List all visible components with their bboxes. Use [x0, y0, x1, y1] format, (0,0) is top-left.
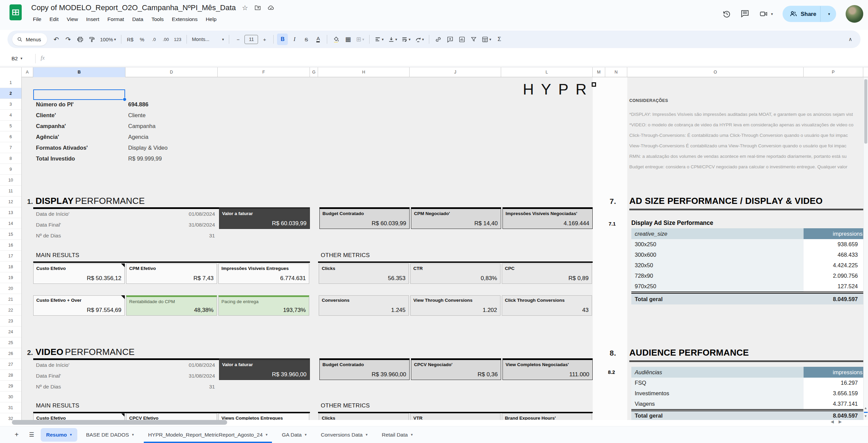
tab-hypr-modelo-report[interactable]: HYPR_Modelo_Report_MetricReport_Agosto_2… — [143, 428, 273, 442]
video-budget-contratado-cell[interactable]: Budget ContratadoR$ 39.960,00 — [319, 358, 410, 380]
video-info-label[interactable]: Data de Início' — [36, 360, 70, 371]
display-cpc-cell[interactable]: CPCR$ 0,89 — [502, 263, 592, 284]
row-header[interactable]: 15 — [0, 229, 21, 240]
consideracoes-line[interactable]: RMN: a atualização dos volumes de vendas… — [629, 151, 864, 162]
video-section-title[interactable]: 2.VIDEO PERFORMANCE — [27, 347, 135, 357]
display-main-results-label[interactable]: MAIN RESULTS — [36, 252, 79, 259]
adsize-row[interactable]: 728x902.090.756 — [631, 271, 868, 281]
menu-format[interactable]: Format — [104, 15, 128, 24]
row-header-selected[interactable]: 2 — [0, 88, 21, 99]
col-header-N[interactable]: N — [605, 67, 627, 77]
fill-color-button[interactable] — [331, 34, 341, 45]
insert-link-button[interactable] — [433, 34, 443, 45]
row-header[interactable]: 22 — [0, 305, 21, 316]
tab-caret-icon[interactable]: ▾ — [132, 433, 134, 437]
video-views-completos-entregues-cell[interactable]: Views Completos Entregues — [218, 413, 309, 420]
consideracoes-title[interactable]: CONSIDERAÇÕES — [629, 98, 668, 103]
merge-cells-button[interactable]: ⊞▾ — [354, 34, 366, 45]
consideracoes-line[interactable]: Budget entregue: considera o CPM/CPCV ne… — [629, 162, 864, 172]
star-icon[interactable]: ☆ — [242, 4, 248, 11]
tab-base-de-dados[interactable]: BASE DE DADOS▾ — [81, 428, 139, 442]
tab-ga-data[interactable]: GA Data▾ — [276, 428, 312, 442]
audience-row[interactable]: FSQ16.297 — [631, 378, 868, 388]
select-all-corner[interactable] — [0, 67, 22, 77]
font-size-input[interactable]: 11 — [244, 35, 258, 44]
row-header[interactable]: 9 — [0, 164, 21, 175]
adsize-total-row[interactable]: Total geral8.049.597 — [631, 294, 868, 304]
video-view-completos-negociadas-cell[interactable]: View Completos Negociadas'111.000 — [502, 358, 593, 380]
col-header-L[interactable]: L — [501, 67, 593, 77]
row-header[interactable]: 24 — [0, 326, 21, 337]
display-click-through-conversions-cell[interactable]: Click Through Conversions43 — [502, 295, 592, 316]
row-header[interactable]: 14 — [0, 218, 21, 229]
info-label[interactable]: Formatos Ativados' — [36, 142, 88, 153]
consideracoes-line[interactable]: *VIDEO: o modelo de cobrança de video da… — [629, 120, 864, 130]
menu-file[interactable]: File — [29, 15, 45, 24]
tab-caret-icon[interactable]: ▾ — [366, 433, 368, 437]
meet-button[interactable]: ▾ — [759, 10, 773, 18]
row-header[interactable]: 6 — [0, 131, 21, 142]
decrease-decimal-button[interactable]: .0 — [149, 34, 159, 45]
row-header[interactable]: 11 — [0, 186, 21, 196]
menu-view[interactable]: View — [63, 15, 82, 24]
strikethrough-button[interactable]: S — [301, 34, 312, 45]
display-valor-a-faturar-cell[interactable]: Valor a faturarR$ 60.039,99 — [219, 207, 310, 229]
row-header[interactable]: 16 — [0, 240, 21, 251]
tab-caret-icon[interactable]: ▾ — [70, 433, 72, 437]
adsize-table-header[interactable]: creative_sizeimpressions — [631, 228, 868, 239]
display-clicks-cell[interactable]: Clicks56.353 — [319, 263, 409, 284]
menu-extensions[interactable]: Extensions — [168, 15, 201, 24]
selected-cell-b2[interactable] — [33, 89, 125, 100]
tab-caret-icon[interactable]: ▾ — [266, 433, 268, 437]
video-cpcv-efetivo-cell[interactable]: CPCV Efetivo — [126, 413, 217, 420]
row-header[interactable]: 21 — [0, 294, 21, 305]
video-info-value[interactable]: 01/08/2024 — [125, 360, 215, 371]
share-caret-icon[interactable]: ▾ — [825, 12, 833, 16]
bold-button[interactable]: B — [277, 34, 288, 45]
video-other-metrics-label[interactable]: OTHER METRICS — [321, 402, 370, 409]
row-header[interactable]: 8 — [0, 153, 21, 164]
row-header[interactable]: 12 — [0, 196, 21, 207]
tab-caret-icon[interactable]: ▾ — [305, 433, 307, 437]
vertical-align-button[interactable]: ▾ — [387, 34, 399, 45]
video-info-label[interactable]: Nº de Dias — [36, 381, 61, 392]
col-header-A[interactable]: A — [22, 67, 33, 77]
col-header-M[interactable]: M — [593, 67, 605, 77]
adsize-section-title[interactable]: AD SIZE PERFORMANCE / DISPLAY & VIDEO — [629, 196, 823, 206]
move-folder-icon[interactable] — [254, 4, 261, 11]
audience-row[interactable]: Viagens4.377.141 — [631, 399, 868, 409]
scroll-left-icon[interactable]: ◀ — [831, 419, 834, 424]
italic-button[interactable]: I — [289, 34, 300, 45]
increase-decimal-button[interactable]: .00 — [160, 34, 171, 45]
row-header[interactable]: 20 — [0, 283, 21, 294]
row-header[interactable]: 1 — [0, 77, 21, 88]
sheets-logo-icon[interactable] — [9, 4, 22, 20]
paint-format-button[interactable] — [86, 34, 97, 45]
row-header[interactable]: 31 — [0, 402, 21, 413]
audience-section-title[interactable]: AUDIENCE PERFORMANCE — [629, 347, 749, 358]
undo-button[interactable]: ↶ — [51, 34, 62, 45]
row-header[interactable]: 7 — [0, 142, 21, 153]
info-value[interactable]: Display & Video — [128, 142, 167, 153]
tab-conversions-data[interactable]: Conversions Data▾ — [315, 428, 373, 442]
info-label[interactable]: Campanha' — [36, 121, 66, 131]
fill-handle[interactable] — [123, 98, 126, 101]
consideracoes-line[interactable]: *DISPLAY: Impressões Visíveis são impres… — [629, 109, 864, 120]
col-header-B[interactable]: B — [33, 67, 125, 77]
info-value[interactable]: 694.886 — [128, 99, 149, 110]
info-label[interactable]: Cliente' — [36, 110, 56, 121]
version-history-icon[interactable] — [722, 9, 731, 18]
adsize-row[interactable]: 320x504.424.225 — [631, 260, 868, 271]
text-color-button[interactable]: A — [313, 34, 323, 45]
display-rentabilidade-cpm-cell[interactable]: Rentabilidade do CPM48,38% — [126, 295, 217, 316]
tab-retail-data[interactable]: Retail Data▾ — [376, 428, 418, 442]
info-label[interactable]: Número do PI' — [36, 99, 74, 110]
collapse-toolbar-button[interactable]: ∧ — [845, 34, 856, 45]
consideracoes-line[interactable]: View-Through-Conversions É contabilizado… — [629, 141, 864, 151]
row-header[interactable]: 4 — [0, 110, 21, 121]
display-impressoes-negociadas-cell[interactable]: Impressões Visíveis Negociadas'4.169.444 — [502, 207, 593, 229]
adsize-subtitle[interactable]: Display Ad Size Performance — [631, 219, 713, 227]
toolbar-search[interactable]: Menus — [12, 33, 47, 46]
filter-button[interactable] — [468, 34, 479, 45]
display-info-label[interactable]: Nº de Dias — [36, 230, 61, 241]
